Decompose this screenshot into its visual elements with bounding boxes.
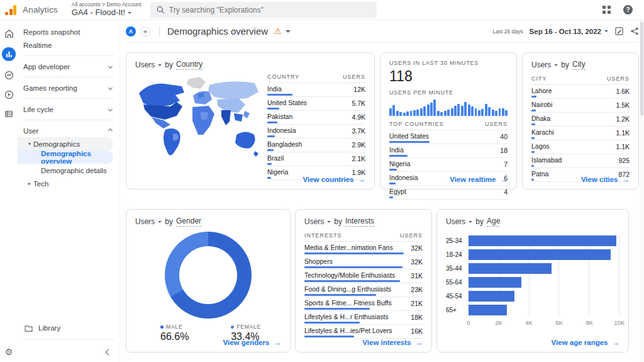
table-row: Media & Enter...nimation Fans32K [304, 242, 423, 256]
page-scrollbar[interactable] [640, 20, 644, 362]
users-per-minute-bar [444, 111, 447, 116]
users-by-gender-card: Users by Gender MALE 66.6% FEMALE 33.4% [126, 209, 291, 353]
home-icon[interactable] [3, 28, 14, 39]
users-per-minute-bar [451, 108, 453, 116]
reports-icon[interactable] [2, 47, 16, 61]
users-per-minute-bar [457, 104, 460, 116]
customize-report-icon[interactable] [614, 26, 624, 36]
users-per-minute-bar [440, 112, 443, 116]
folder-icon [25, 325, 33, 332]
nav-realtime[interactable]: Realtime [18, 38, 119, 52]
metric-dropdown[interactable]: Users [531, 60, 551, 69]
collapse-sidebar-button[interactable] [18, 344, 119, 362]
table-row: United States40 [389, 130, 508, 144]
chevron-up-icon [108, 128, 113, 133]
expand-arrow-icon: ▾ [26, 141, 33, 147]
users-per-minute-bar [492, 110, 494, 116]
reports-nav: Reports snapshot Realtime App developer … [18, 20, 120, 362]
users-per-minute-bar [499, 108, 501, 116]
data-warning-icon[interactable]: ⚠ [274, 26, 282, 36]
users-per-minute-sparkline [389, 99, 508, 116]
table-row: Karachi1.1K [531, 127, 630, 140]
advertising-icon[interactable] [3, 89, 14, 100]
users-per-minute-bar [396, 111, 399, 116]
add-comparison-button[interactable]: + [140, 26, 150, 37]
table-row: United States5.7K [267, 97, 365, 111]
gender-donut-chart[interactable] [165, 232, 252, 319]
chevron-down-icon [158, 64, 162, 66]
help-icon[interactable]: ? [623, 5, 633, 14]
view-cities-link[interactable]: View cities [581, 176, 630, 183]
date-range-picker[interactable]: Sep 16 - Oct 13, 2022 [530, 28, 608, 35]
dimension-link[interactable]: Interests [345, 217, 374, 227]
property-name: GA4 - Flood-It! [72, 8, 125, 18]
apps-grid-icon[interactable] [602, 6, 611, 14]
chevron-down-icon [108, 64, 113, 69]
users-per-minute-bar [454, 106, 457, 116]
users-per-minute-bar [471, 106, 474, 116]
age-category-label: 45-54 [446, 291, 469, 302]
search-input[interactable] [169, 6, 370, 14]
view-interests-link[interactable]: View interests [362, 339, 423, 346]
nav-tech[interactable]: ▸Tech [18, 177, 119, 190]
admin-icon[interactable] [3, 108, 14, 120]
country-table: COUNTRYUSERS India12K United States5.7K … [267, 74, 365, 180]
age-category-label: 25-34 [446, 235, 469, 246]
metric-dropdown[interactable]: Users [135, 217, 155, 226]
table-row: Pakistan4.9K [267, 111, 365, 125]
nav-rail: ⚙ [0, 20, 18, 362]
explore-icon[interactable] [3, 69, 14, 81]
metric-dropdown[interactable]: Users [304, 217, 324, 226]
nav-demographics-overview[interactable]: Demographics overview [18, 150, 113, 164]
dimension-link[interactable]: City [572, 60, 586, 70]
view-realtime-link[interactable]: View realtime [450, 176, 508, 183]
chevron-down-icon [604, 30, 608, 32]
nav-reports-snapshot[interactable]: Reports snapshot [18, 25, 119, 38]
dimension-link[interactable]: Country [176, 60, 203, 70]
table-row: Shoppers32K [304, 256, 423, 269]
account-switcher[interactable]: All accounts > Demo Account GA4 - Flood-… [72, 2, 142, 18]
view-countries-link[interactable]: View countries [303, 176, 365, 183]
chevron-down-icon [469, 221, 472, 223]
users-last-30min-value: 118 [389, 68, 508, 85]
view-genders-link[interactable]: View genders [223, 339, 281, 346]
table-row: Bangladesh2.9K [267, 139, 365, 152]
nav-section-user[interactable]: User [18, 124, 119, 137]
view-age-ranges-link[interactable]: View age ranges [552, 339, 619, 346]
metric-dropdown[interactable]: Users [135, 60, 155, 69]
users-per-minute-bar [392, 105, 395, 116]
nav-demographic-details[interactable]: Demographic details [18, 164, 119, 177]
users-by-city-card: Users by City CITYUSERS Lahore1.6K Nairo… [522, 52, 639, 189]
divider [23, 339, 114, 340]
dimension-link[interactable]: Age [487, 217, 500, 227]
users-per-minute-bar [502, 108, 504, 116]
chevron-left-icon [106, 349, 112, 356]
dimension-link[interactable]: Gender [176, 217, 201, 227]
search-icon [157, 6, 164, 14]
nav-section-life-cycle[interactable]: Life cycle [18, 103, 119, 116]
users-per-minute-bar [410, 111, 413, 116]
users-last-30min-label: USERS IN LAST 30 MINUTES [389, 60, 508, 66]
nav-section-app-developer[interactable]: App developer [18, 60, 119, 73]
chevron-down-icon [108, 107, 113, 111]
divider [23, 77, 114, 77]
nav-demographics[interactable]: ▾Demographics [18, 137, 113, 150]
users-per-minute-bar [399, 112, 402, 116]
settings-gear-icon[interactable]: ⚙ [5, 347, 13, 357]
users-per-minute-bar [447, 110, 450, 116]
audience-chip[interactable]: A [126, 26, 136, 37]
age-category-label: 55-64 [446, 277, 469, 288]
share-icon[interactable] [630, 26, 639, 36]
users-per-minute-bar [433, 99, 436, 116]
nav-library[interactable]: Library [18, 320, 119, 336]
users-per-minute-bar [423, 106, 426, 116]
age-category-label: 35-44 [446, 263, 469, 274]
users-per-minute-bar [437, 111, 440, 116]
scrollbar-thumb[interactable] [640, 21, 643, 116]
world-choropleth-map[interactable] [135, 74, 261, 169]
chevron-down-icon [554, 64, 558, 66]
nav-section-games-reporting[interactable]: Games reporting [18, 81, 119, 94]
metric-dropdown[interactable]: Users [446, 217, 465, 226]
search-bar[interactable] [150, 2, 377, 18]
chevron-down-icon[interactable] [286, 30, 291, 33]
